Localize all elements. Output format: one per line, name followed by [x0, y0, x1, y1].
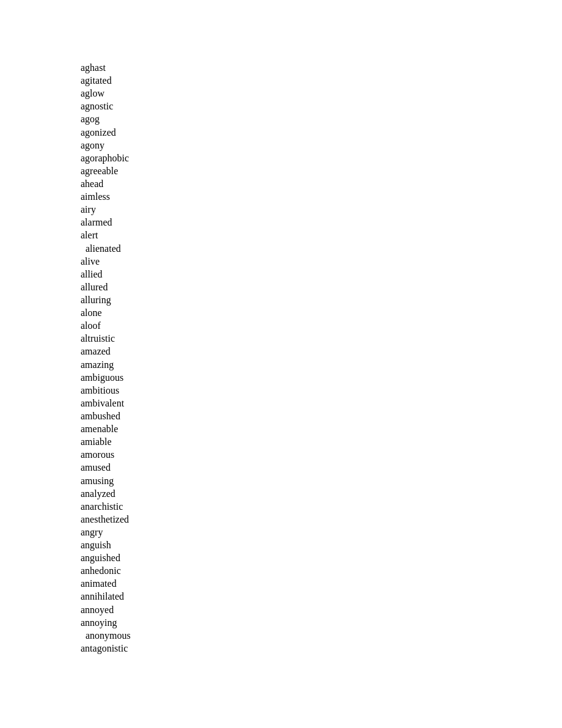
word-item: allured	[81, 281, 562, 293]
word-item: agreeable	[81, 164, 562, 177]
word-item: agitated	[81, 74, 562, 87]
word-item: alive	[81, 255, 562, 268]
word-item: alienated	[81, 242, 562, 255]
word-item: anguished	[81, 551, 562, 564]
word-item: aimless	[81, 190, 562, 203]
word-item: ahead	[81, 177, 562, 190]
word-item: amused	[81, 461, 562, 474]
word-item: alone	[81, 306, 562, 319]
word-item: aloof	[81, 319, 562, 332]
word-item: agnostic	[81, 100, 562, 112]
word-item: agony	[81, 139, 562, 152]
word-item: airy	[81, 203, 562, 216]
word-item: angry	[81, 526, 562, 539]
word-item: antagonistic	[81, 642, 562, 655]
word-item: annihilated	[81, 590, 562, 603]
word-item: alluring	[81, 293, 562, 306]
word-item: ambushed	[81, 410, 562, 422]
word-item: aghast	[81, 61, 562, 74]
word-item: anarchistic	[81, 500, 562, 513]
word-item: anesthetized	[81, 513, 562, 526]
word-item: anonymous	[81, 629, 562, 642]
word-item: ambitious	[81, 384, 562, 397]
word-item: annoying	[81, 616, 562, 629]
word-item: alert	[81, 229, 562, 241]
word-item: agonized	[81, 126, 562, 139]
word-item: amazed	[81, 345, 562, 358]
word-item: agoraphobic	[81, 152, 562, 164]
word-item: amorous	[81, 448, 562, 461]
word-item: analyzed	[81, 487, 562, 500]
word-item: anguish	[81, 539, 562, 551]
word-item: annoyed	[81, 603, 562, 616]
word-item: ambiguous	[81, 371, 562, 384]
word-item: amiable	[81, 435, 562, 448]
word-item: animated	[81, 577, 562, 590]
word-item: agog	[81, 112, 562, 125]
word-item: amenable	[81, 422, 562, 435]
word-item: amusing	[81, 474, 562, 487]
word-item: anhedonic	[81, 564, 562, 577]
word-item: alarmed	[81, 216, 562, 229]
word-item: ambivalent	[81, 397, 562, 410]
word-item: amazing	[81, 358, 562, 371]
word-item: allied	[81, 268, 562, 281]
word-item: aglow	[81, 87, 562, 100]
word-item: altruistic	[81, 332, 562, 345]
word-list: aghastagitatedaglowagnosticagogagonizeda…	[0, 0, 562, 704]
